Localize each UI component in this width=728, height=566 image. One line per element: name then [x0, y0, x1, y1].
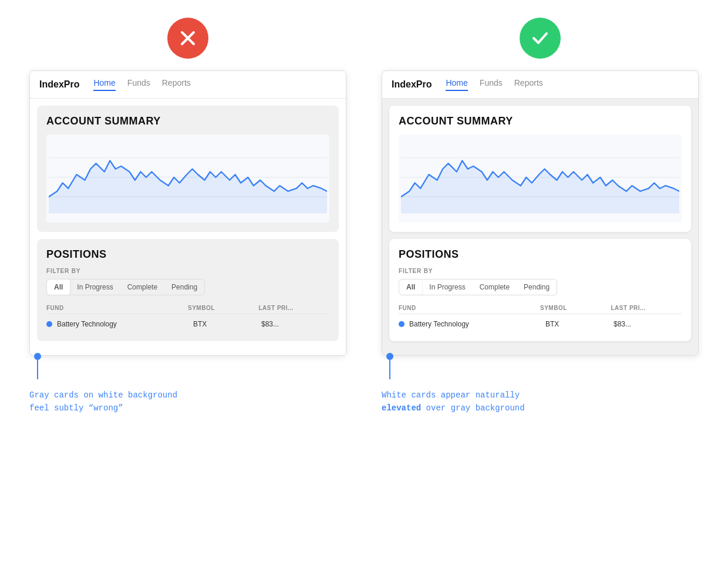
good-badge — [520, 18, 561, 59]
price-cell-bad: $83... — [261, 320, 329, 328]
x-icon — [177, 28, 198, 49]
good-example-column: IndexPro Home Funds Reports ACCOUNT SUMM… — [376, 18, 705, 415]
nav-bar-good: IndexPro Home Funds Reports — [382, 71, 698, 99]
screen-body-good: ACCOUNT SUMMARY POSITIONS FIL — [382, 99, 698, 355]
fund-cell-bad: Battery Technology — [57, 320, 193, 328]
filter-tabs-good: All In Progress Complete Pending — [399, 279, 557, 295]
symbol-cell-bad: BTX — [193, 320, 261, 328]
col-fund-header-good: FUND — [399, 305, 540, 311]
filter-tab-inprogress-good[interactable]: In Progress — [422, 279, 472, 295]
chart-area-good — [399, 134, 682, 223]
row-dot-good — [399, 321, 405, 327]
annotation-pointer-good — [382, 356, 699, 379]
col-symbol-header-bad: SYMBOL — [188, 305, 259, 311]
bad-app-screen: IndexPro Home Funds Reports ACCOUNT SUMM… — [29, 70, 346, 356]
check-icon — [530, 28, 551, 49]
filter-label-bad: FILTER BY — [46, 268, 329, 274]
positions-title-good: POSITIONS — [399, 248, 682, 261]
row-dot-bad — [46, 321, 52, 327]
positions-card-good: POSITIONS FILTER BY All In Progress Comp… — [389, 239, 691, 341]
chart-area-bad — [46, 134, 329, 223]
table-header-bad: FUND SYMBOL LAST PRI... — [46, 302, 329, 314]
filter-tab-complete-bad[interactable]: Complete — [120, 279, 164, 295]
filter-tab-complete-good[interactable]: Complete — [473, 279, 517, 295]
col-price-header-good: LAST PRI... — [611, 305, 682, 311]
account-summary-card-good: ACCOUNT SUMMARY — [389, 106, 691, 232]
nav-tab-reports-bad[interactable]: Reports — [162, 78, 191, 91]
symbol-cell-good: BTX — [545, 320, 614, 328]
filter-tab-all-good[interactable]: All — [399, 279, 422, 295]
caption-line2-bad: feel subtly “wrong” — [29, 402, 346, 415]
good-app-screen: IndexPro Home Funds Reports ACCOUNT SUMM… — [382, 70, 699, 356]
col-price-header-bad: LAST PRI... — [259, 305, 330, 311]
bad-badge — [167, 18, 208, 59]
caption-line1-bad: Gray cards on white background — [29, 389, 346, 402]
table-header-good: FUND SYMBOL LAST PRI... — [399, 302, 682, 314]
nav-logo-bad: IndexPro — [39, 79, 79, 90]
table-row-bad: Battery Technology BTX $83... — [46, 316, 329, 332]
nav-tab-home-bad[interactable]: Home — [93, 78, 115, 91]
account-summary-title-bad: ACCOUNT SUMMARY — [46, 115, 329, 127]
chart-svg-bad — [49, 139, 327, 215]
nav-tabs-good: Home Funds Reports — [446, 78, 542, 91]
filter-tab-pending-good[interactable]: Pending — [517, 279, 557, 295]
caption-line2-good: elevated over gray background — [382, 402, 699, 415]
chart-svg-good — [401, 139, 679, 215]
nav-logo-good: IndexPro — [392, 79, 432, 90]
nav-tab-funds-bad[interactable]: Funds — [127, 78, 150, 91]
price-cell-good: $83... — [614, 320, 682, 328]
col-symbol-header-good: SYMBOL — [540, 305, 611, 311]
bad-example-column: IndexPro Home Funds Reports ACCOUNT SUMM… — [23, 18, 352, 415]
account-summary-card-bad: ACCOUNT SUMMARY — [37, 106, 339, 232]
table-row-good: Battery Technology BTX $83... — [399, 316, 682, 332]
filter-tab-all-bad[interactable]: All — [47, 279, 70, 295]
caption-bad: Gray cards on white background feel subt… — [29, 389, 346, 415]
screen-body-bad: ACCOUNT SUMMARY — [30, 99, 346, 355]
nav-tab-reports-good[interactable]: Reports — [514, 78, 543, 91]
positions-card-bad: POSITIONS FILTER BY All In Progress Comp… — [37, 239, 339, 341]
nav-bar-bad: IndexPro Home Funds Reports — [30, 71, 346, 99]
comparison-container: IndexPro Home Funds Reports ACCOUNT SUMM… — [12, 12, 716, 415]
nav-tab-home-good[interactable]: Home — [446, 78, 467, 91]
nav-tabs-bad: Home Funds Reports — [93, 78, 190, 91]
caption-line1-good: White cards appear naturally — [382, 389, 699, 402]
annotation-pointer-bad — [29, 356, 346, 379]
account-summary-title-good: ACCOUNT SUMMARY — [399, 115, 682, 127]
nav-tab-funds-good[interactable]: Funds — [480, 78, 503, 91]
filter-tabs-bad: All In Progress Complete Pending — [46, 279, 205, 295]
filter-tab-inprogress-bad[interactable]: In Progress — [70, 279, 120, 295]
fund-cell-good: Battery Technology — [409, 320, 545, 328]
caption-good: White cards appear naturally elevated ov… — [382, 389, 699, 415]
filter-label-good: FILTER BY — [399, 268, 682, 274]
col-fund-header-bad: FUND — [46, 305, 188, 311]
filter-tab-pending-bad[interactable]: Pending — [164, 279, 204, 295]
positions-title-bad: POSITIONS — [46, 248, 329, 261]
